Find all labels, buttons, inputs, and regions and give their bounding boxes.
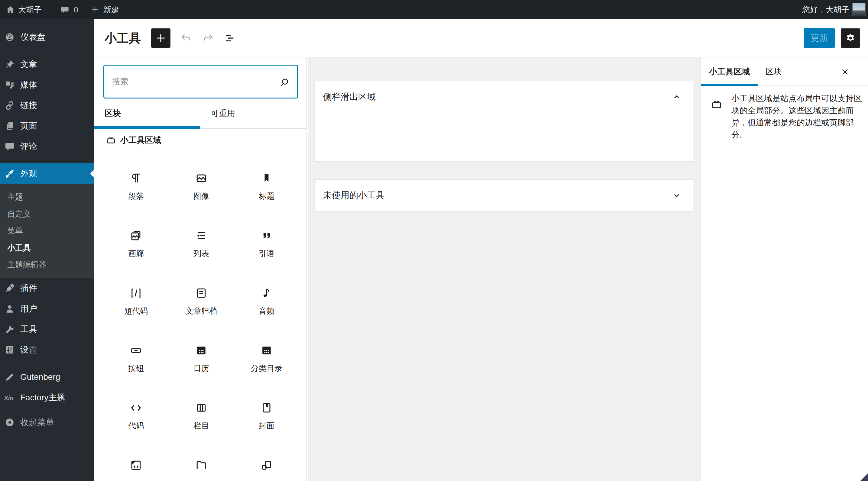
close-settings-button[interactable]: [840, 67, 850, 77]
appearance-submenu-item[interactable]: 主题: [0, 189, 94, 205]
block-type-item[interactable]: 引语: [234, 211, 299, 268]
block-type-item[interactable]: 段落: [103, 154, 168, 211]
comment-count: 0: [74, 0, 78, 19]
block-type-item[interactable]: 按钮: [103, 326, 168, 383]
posts-icon: [4, 59, 15, 70]
block-type-item[interactable]: 音频: [234, 268, 299, 326]
calendar-icon: [195, 344, 208, 357]
sidebar-menu-item[interactable]: 仪表盘: [0, 27, 94, 47]
appearance-submenu-item[interactable]: 小工具: [0, 239, 94, 256]
block-type-item[interactable]: 栏目: [168, 383, 234, 441]
inserter-tab[interactable]: 可重用: [200, 98, 306, 128]
block-type-item[interactable]: [103, 441, 168, 481]
settings-tab[interactable]: 区块: [758, 57, 790, 86]
admin-menu: 仪表盘 文章 媒体 链接 页面 评论: [0, 19, 94, 481]
users-icon: [4, 303, 15, 314]
section-title: 小工具区域: [120, 135, 161, 146]
sidebar-menu-item[interactable]: 插件: [0, 278, 94, 298]
new-content-label[interactable]: 新建: [103, 0, 119, 19]
search-box: [103, 65, 298, 98]
new-content-button[interactable]: [91, 0, 99, 19]
heading-icon: [260, 171, 273, 185]
redo-icon: [202, 32, 214, 44]
appearance-submenu-item[interactable]: 自定义: [0, 205, 94, 222]
block-type-item[interactable]: 代码: [103, 383, 168, 441]
appearance-icon: [4, 168, 15, 179]
widget-area-header[interactable]: 未使用的小工具: [315, 180, 693, 211]
sidebar-menu-item[interactable]: Xin Factory主题: [0, 387, 94, 408]
block-type-item[interactable]: 列表: [168, 211, 234, 268]
sidebar-menu-item[interactable]: 评论: [0, 136, 94, 157]
redo-button[interactable]: [202, 32, 214, 44]
sidebar-menu-item[interactable]: 工具: [0, 319, 94, 340]
media-icon: [4, 79, 15, 90]
inserter-tab[interactable]: 区块: [94, 98, 200, 128]
list-view-button[interactable]: [223, 32, 236, 44]
block-type-item[interactable]: 文章归档: [168, 268, 234, 326]
block-type-item[interactable]: 图像: [168, 154, 234, 211]
html-icon: [129, 459, 143, 472]
wordpress-widgets-editor: 大胡子 0 新建 您好，大胡子 仪表盘 文章: [0, 0, 868, 481]
update-button[interactable]: 更新: [804, 28, 835, 48]
admin-bar: 大胡子 0 新建 您好，大胡子: [0, 0, 868, 19]
undo-icon: [180, 32, 192, 44]
audio-icon: [260, 286, 273, 300]
plus-icon: [91, 5, 99, 14]
settings-toggle-button[interactable]: [841, 28, 860, 48]
user-greeting[interactable]: 您好，大胡子: [802, 0, 849, 19]
comment-bubble-icon: [60, 5, 69, 14]
sidebar-menu-item[interactable]: 页面: [0, 116, 94, 136]
undo-button[interactable]: [180, 32, 192, 44]
toggle-area-button[interactable]: [672, 92, 682, 102]
block-type-item[interactable]: 短代码: [103, 268, 168, 326]
widget-area-panel: 未使用的小工具: [314, 179, 693, 212]
paragraph-icon: [129, 171, 143, 185]
site-name-link[interactable]: 大胡子: [18, 0, 42, 19]
sidebar-menu-item[interactable]: Gutenberg: [0, 367, 94, 387]
toggle-area-button[interactable]: [672, 190, 682, 201]
appearance-submenu: 主题自定义菜单小工具主题编辑器: [0, 184, 94, 278]
categories-icon: [260, 344, 273, 357]
avatar[interactable]: [852, 3, 866, 16]
block-type-item[interactable]: 封面: [234, 383, 299, 441]
dashboard-icon: [4, 32, 15, 42]
sidebar-item-appearance[interactable]: 外观: [0, 163, 94, 184]
block-type-item[interactable]: 标题: [234, 154, 299, 211]
settings-tab[interactable]: 小工具区域: [701, 57, 758, 86]
comments-shortcut[interactable]: [60, 0, 69, 19]
collapse-menu-button[interactable]: 收起菜单: [0, 412, 94, 432]
sidebar-menu-item[interactable]: 媒体: [0, 75, 94, 95]
site-home-link[interactable]: [5, 0, 15, 19]
settings-icon: [4, 345, 15, 355]
columns-icon: [195, 401, 208, 415]
block-type-item[interactable]: 日历: [168, 326, 234, 383]
sidebar-menu-item[interactable]: 文章: [0, 54, 94, 75]
block-type-item[interactable]: 画廊: [103, 211, 168, 268]
inserter-tabs: 区块可重用: [94, 98, 306, 129]
gutenberg-icon: [4, 372, 15, 383]
block-type-item[interactable]: [168, 441, 234, 481]
sidebar-menu-item[interactable]: 链接: [0, 95, 94, 116]
appearance-submenu-item[interactable]: 菜单: [0, 222, 94, 239]
widget-area-header[interactable]: 侧栏滑出区域: [315, 81, 693, 113]
sidebar-menu-item[interactable]: 用户: [0, 298, 94, 319]
resize-grip[interactable]: [860, 473, 868, 481]
editor-header: 小工具 更新: [94, 19, 868, 57]
block-type-item[interactable]: 分类目录: [234, 326, 299, 383]
home-icon: [5, 5, 15, 14]
search-input[interactable]: [104, 66, 297, 98]
admin-menu-top: 仪表盘 文章 媒体 链接 页面 评论: [0, 19, 94, 157]
svg-text:Xin: Xin: [4, 394, 13, 401]
chevron-up-icon: [672, 92, 682, 102]
widget-area-icon: [711, 98, 722, 110]
sidebar-menu-item[interactable]: 设置: [0, 340, 94, 360]
appearance-submenu-item[interactable]: 主题编辑器: [0, 256, 94, 273]
links-icon: [4, 100, 15, 111]
settings-sidebar: 小工具区域区块 小工具区域是站点布局中可以支持区块的全局部分。这些区域因主题而异…: [701, 57, 868, 481]
list-view-icon: [223, 32, 236, 44]
image-icon: [195, 171, 208, 185]
xin-icon: Xin: [4, 392, 15, 403]
block-inserter-toggle-button[interactable]: [151, 28, 170, 48]
block-inserter-panel: 区块可重用 小工具区域 段落 图像 标题 画廊: [94, 57, 307, 481]
block-type-item[interactable]: [234, 441, 299, 481]
